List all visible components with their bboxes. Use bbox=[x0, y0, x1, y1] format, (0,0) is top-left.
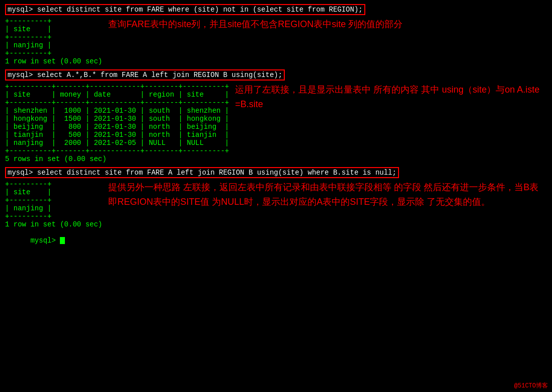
section2: mysql> select A.*,B.* from FARE A left j… bbox=[5, 69, 547, 163]
table-output-1: +---------+ | site | +---------+ | nanji… bbox=[5, 17, 102, 65]
sql-command-1: mysql> select distinct site from FARE wh… bbox=[5, 4, 365, 15]
mysql-prompt-line: mysql> bbox=[5, 228, 547, 253]
mysql-prompt: mysql> bbox=[30, 237, 60, 245]
section1: mysql> select distinct site from FARE wh… bbox=[5, 4, 547, 65]
terminal: mysql> select distinct site from FARE wh… bbox=[2, 2, 550, 255]
annotation-2: 运用了左联接，且是显示出量表中 所有的内容 其中 using（site）与on … bbox=[235, 83, 547, 112]
table-output-3: +---------+ | site | +---------+ | nanji… bbox=[5, 180, 102, 228]
annotation-1: 查询FARE表中的site列，并且site值不包含REGION表中site 列的… bbox=[108, 17, 403, 32]
annotation-3: 提供另外一种思路 左联接，返回左表中所有记录和由表中联接字段相等 的字段 然后还… bbox=[108, 180, 547, 209]
sql-command-3: mysql> select distinct site from FARE A … bbox=[5, 167, 399, 178]
section3: mysql> select distinct site from FARE A … bbox=[5, 167, 547, 253]
watermark: @51CTO博客 bbox=[514, 381, 548, 390]
sql-command-2: mysql> select A.*,B.* from FARE A left j… bbox=[5, 69, 285, 81]
table-output-2: +----------+-------+------------+-------… bbox=[5, 83, 229, 163]
cursor bbox=[60, 237, 65, 244]
